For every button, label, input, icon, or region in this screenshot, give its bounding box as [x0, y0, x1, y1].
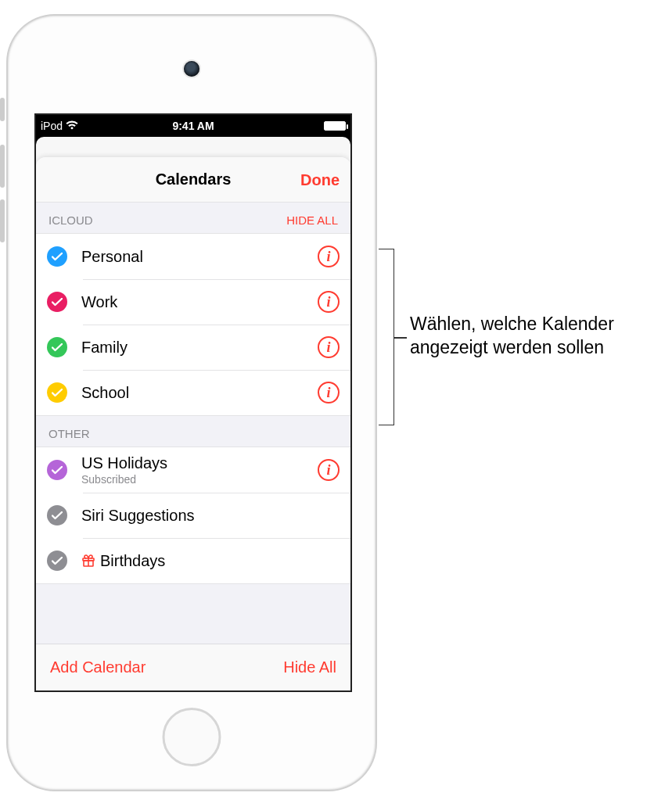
- checkmark-icon: [47, 551, 67, 571]
- calendar-row-personal[interactable]: Personal i: [36, 234, 350, 279]
- section-icloud-title: ICLOUD: [49, 213, 93, 227]
- info-icon[interactable]: i: [318, 382, 340, 404]
- calendar-label: Personal: [81, 248, 318, 266]
- battery-icon: [324, 121, 346, 131]
- hide-all-button[interactable]: Hide All: [283, 658, 336, 676]
- clock-label: 9:41 AM: [172, 120, 214, 132]
- device-volume-down-button: [0, 199, 5, 242]
- calendar-label: Siri Suggestions: [81, 507, 340, 525]
- device-physical-button: [0, 98, 5, 121]
- annotation-line2: angezeigt werden sollen: [410, 337, 604, 357]
- status-bar: iPod 9:41 AM: [36, 115, 350, 137]
- gift-icon: [81, 554, 95, 568]
- calendar-row-school[interactable]: School i: [36, 370, 350, 415]
- checkmark-icon: [47, 246, 67, 267]
- calendar-row-siri-suggestions[interactable]: Siri Suggestions: [36, 493, 350, 538]
- info-icon[interactable]: i: [318, 336, 340, 358]
- annotation-line1: Wählen, welche Kalender: [410, 314, 614, 334]
- done-button[interactable]: Done: [300, 170, 340, 188]
- info-icon[interactable]: i: [318, 291, 340, 313]
- calendar-row-family[interactable]: Family i: [36, 325, 350, 370]
- device-frame: iPod 9:41 AM Calendars Done ICLOUD HIDE …: [8, 16, 376, 790]
- section-other: OTHER US Holidays Subscribed i: [36, 416, 350, 584]
- section-other-title: OTHER: [49, 427, 90, 440]
- calendar-label: Birthdays: [100, 552, 165, 570]
- info-icon[interactable]: i: [318, 459, 340, 481]
- checkmark-icon: [47, 382, 67, 403]
- home-button[interactable]: [163, 708, 221, 766]
- calendar-label: Family: [81, 339, 318, 357]
- device-volume-up-button: [0, 145, 5, 188]
- calendar-label: Work: [81, 293, 318, 311]
- calendars-sheet: Calendars Done ICLOUD HIDE ALL Personal …: [36, 157, 350, 690]
- calendar-row-work[interactable]: Work i: [36, 279, 350, 325]
- device-camera: [184, 61, 199, 77]
- sheet-title: Calendars: [156, 170, 232, 188]
- checkmark-icon: [47, 337, 67, 357]
- hide-all-icloud-button[interactable]: HIDE ALL: [286, 213, 338, 227]
- calendar-label: School: [81, 384, 318, 402]
- calendar-row-us-holidays[interactable]: US Holidays Subscribed i: [36, 447, 350, 493]
- checkmark-icon: [47, 505, 67, 525]
- checkmark-icon: [47, 460, 67, 480]
- calendar-row-birthdays[interactable]: Birthdays: [36, 538, 350, 583]
- info-icon[interactable]: i: [318, 246, 340, 267]
- calendar-sublabel: Subscribed: [81, 473, 318, 486]
- checkmark-icon: [47, 292, 67, 312]
- wifi-icon: [66, 120, 78, 132]
- calendar-label: US Holidays: [81, 454, 318, 472]
- screen: iPod 9:41 AM Calendars Done ICLOUD HIDE …: [34, 113, 352, 692]
- bottom-toolbar: Add Calendar Hide All: [36, 644, 350, 690]
- sheet-header: Calendars Done: [36, 157, 350, 203]
- add-calendar-button[interactable]: Add Calendar: [50, 658, 146, 676]
- carrier-label: iPod: [41, 120, 63, 132]
- section-icloud: ICLOUD HIDE ALL Personal i: [36, 203, 350, 416]
